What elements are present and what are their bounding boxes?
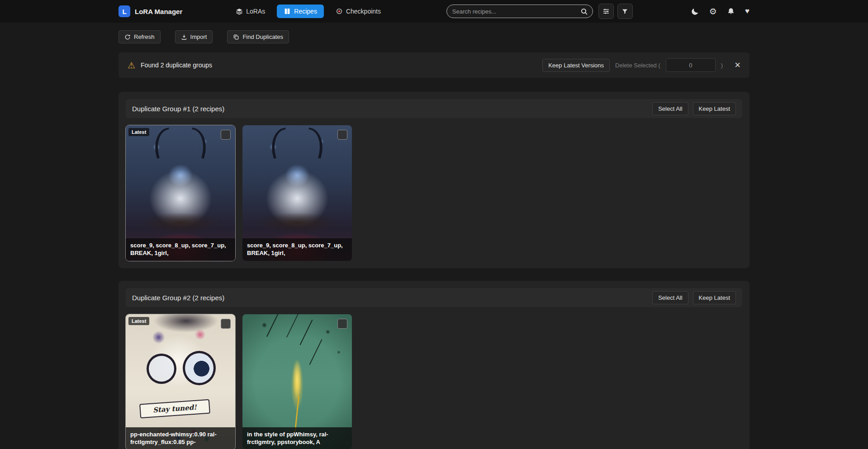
- search-input[interactable]: [452, 8, 580, 15]
- latest-badge: Latest: [128, 317, 149, 325]
- latest-badge: Latest: [128, 128, 149, 136]
- keep-latest-button[interactable]: Keep Latest: [693, 291, 736, 304]
- duplicate-group-1: Duplicate Group #1 (2 recipes) Select Al…: [119, 92, 749, 268]
- card-checkbox[interactable]: [337, 130, 347, 140]
- delete-selected-label: Delete Selected (: [615, 62, 660, 69]
- copy-icon: [233, 34, 239, 40]
- card-checkbox[interactable]: [337, 319, 347, 329]
- recipe-caption: pp-enchanted-whimsy:0.90 ral-frctlgmtry_…: [126, 427, 235, 449]
- sliders-button[interactable]: [598, 4, 614, 19]
- favorites-button[interactable]: ♥: [745, 7, 749, 16]
- checkpoint-icon: [336, 8, 343, 15]
- recipe-caption: score_9, score_8_up, score_7_up, BREAK, …: [126, 238, 235, 261]
- card-checkbox[interactable]: [221, 130, 231, 140]
- recipe-card[interactable]: Latest score_9, score_8_up, score_7_up, …: [126, 125, 235, 261]
- settings-button[interactable]: ⚙: [709, 6, 717, 17]
- funnel-icon: [621, 8, 628, 15]
- toolbar: Refresh Import Find Duplicates: [119, 30, 749, 43]
- delete-selected-suffix: ): [721, 62, 723, 69]
- nav-tab-checkpoints[interactable]: Checkpoints: [336, 8, 381, 15]
- nav-tab-recipes[interactable]: Recipes: [277, 5, 324, 18]
- group-actions: Select All Keep Latest: [652, 291, 736, 304]
- filter-buttons: [598, 4, 633, 19]
- group-actions: Select All Keep Latest: [652, 102, 736, 115]
- select-all-button[interactable]: Select All: [652, 102, 688, 115]
- refresh-label: Refresh: [134, 33, 155, 40]
- app-title: LoRA Manager: [135, 8, 182, 15]
- group-header: Duplicate Group #1 (2 recipes) Select Al…: [126, 99, 742, 118]
- search-icon: [580, 8, 588, 15]
- nav-tab-loras[interactable]: LoRAs: [236, 8, 265, 15]
- keep-latest-versions-label: Keep Latest Versions: [548, 62, 604, 69]
- recipe-card[interactable]: in the style of ppWhimsy, ral-frctlgmtry…: [242, 314, 352, 449]
- app-logo[interactable]: L LoRA Manager: [119, 5, 182, 17]
- recipe-caption: score_9, score_8_up, score_7_up, BREAK, …: [242, 238, 352, 261]
- group-title: Duplicate Group #2 (2 recipes): [132, 294, 224, 302]
- keep-latest-label: Keep Latest: [699, 105, 730, 112]
- sliders-icon: [602, 8, 610, 15]
- bell-icon: [727, 7, 735, 15]
- duplicate-group-2: Duplicate Group #2 (2 recipes) Select Al…: [119, 281, 749, 449]
- nav-label: Checkpoints: [346, 8, 381, 15]
- alert-close-button[interactable]: ×: [735, 60, 740, 70]
- group-title: Duplicate Group #1 (2 recipes): [132, 105, 224, 113]
- search-bar: [446, 5, 593, 18]
- logo-icon: L: [119, 5, 130, 17]
- refresh-icon: [124, 34, 131, 40]
- nav-label: Recipes: [294, 8, 317, 15]
- layers-icon: [236, 8, 243, 15]
- heart-icon: ♥: [745, 7, 749, 16]
- book-icon: [284, 8, 291, 15]
- search-button[interactable]: [580, 8, 588, 15]
- main-nav: LoRAs Recipes Checkpoints: [236, 5, 381, 18]
- topbar-actions: ⚙ ♥: [691, 6, 749, 17]
- warning-icon: ⚠: [128, 60, 135, 71]
- import-button[interactable]: Import: [175, 30, 213, 43]
- card-checkbox[interactable]: [221, 319, 231, 329]
- select-all-label: Select All: [658, 105, 682, 112]
- import-icon: [181, 34, 187, 40]
- funnel-button[interactable]: [617, 4, 633, 19]
- alert-actions: Keep Latest Versions Delete Selected ( )…: [542, 58, 740, 72]
- gear-icon: ⚙: [709, 6, 717, 17]
- close-icon: ×: [735, 59, 740, 71]
- find-duplicates-label: Find Duplicates: [242, 33, 283, 40]
- main-content: Refresh Import Find Duplicates ⚠ Found 2…: [119, 30, 749, 449]
- nav-label: LoRAs: [246, 8, 265, 15]
- delete-count-input[interactable]: [666, 58, 716, 72]
- keep-latest-versions-button[interactable]: Keep Latest Versions: [542, 59, 610, 72]
- duplicate-alert: ⚠ Found 2 duplicate groups Keep Latest V…: [119, 52, 749, 78]
- refresh-button[interactable]: Refresh: [119, 30, 161, 43]
- moon-icon: [691, 7, 699, 16]
- select-all-button[interactable]: Select All: [652, 291, 688, 304]
- recipe-caption: in the style of ppWhimsy, ral-frctlgmtry…: [242, 427, 352, 449]
- group-header: Duplicate Group #2 (2 recipes) Select Al…: [126, 288, 742, 307]
- select-all-label: Select All: [658, 294, 682, 301]
- top-bar: L LoRA Manager LoRAs Recipes Checkpoints: [0, 0, 868, 23]
- find-duplicates-button[interactable]: Find Duplicates: [227, 30, 289, 43]
- keep-latest-label: Keep Latest: [699, 294, 730, 301]
- recipe-card[interactable]: score_9, score_8_up, score_7_up, BREAK, …: [242, 125, 352, 261]
- notifications-button[interactable]: [727, 7, 735, 15]
- theme-toggle-button[interactable]: [691, 7, 699, 16]
- alert-message: Found 2 duplicate groups: [141, 61, 212, 69]
- recipe-card[interactable]: Stay tuned! Latest pp-enchanted-whimsy:0…: [126, 314, 235, 449]
- import-label: Import: [190, 33, 207, 40]
- cards-row: Stay tuned! Latest pp-enchanted-whimsy:0…: [126, 314, 742, 449]
- keep-latest-button[interactable]: Keep Latest: [693, 102, 736, 115]
- cards-row: Latest score_9, score_8_up, score_7_up, …: [126, 125, 742, 261]
